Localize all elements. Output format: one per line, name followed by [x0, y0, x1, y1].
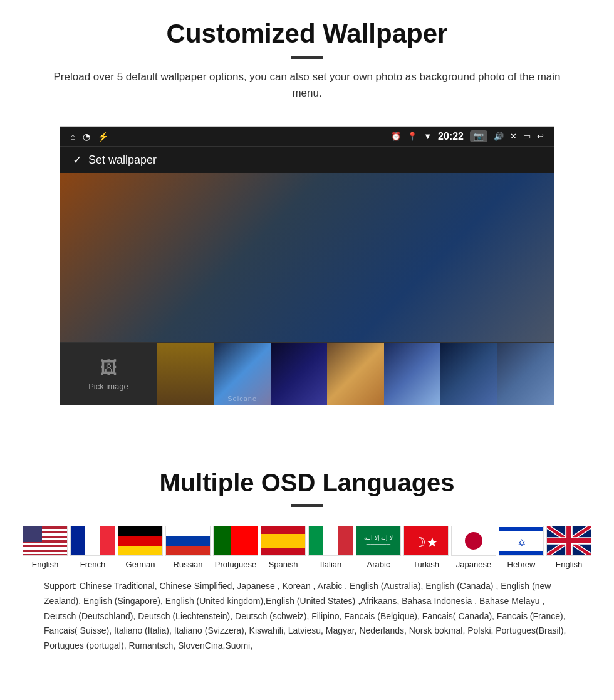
- flag-usa: [23, 526, 68, 556]
- uk-flag-svg: [547, 526, 591, 556]
- flag-item-hebrew: ✡ Hebrew: [497, 526, 545, 569]
- set-wallpaper-label: Set wallpaper: [88, 154, 157, 167]
- thumbnail-1[interactable]: [157, 343, 214, 405]
- thumbnail-6[interactable]: [440, 343, 497, 405]
- wallpaper-screenshot: ⌂ ◔ ⚡ ⏰ 📍 ▼ 20:22 📷 🔊 ✕ ▭ ↩ ✓: [60, 126, 554, 405]
- clock-icon: ◔: [83, 132, 90, 142]
- thumbnail-2[interactable]: Seicane: [214, 343, 270, 405]
- status-time: 20:22: [438, 131, 464, 142]
- volume-icon: 🔊: [494, 132, 504, 141]
- thumbnail-4[interactable]: [327, 343, 383, 405]
- flag-uk: [546, 526, 591, 556]
- watermark: Seicane: [227, 395, 257, 402]
- flag-label-portuguese: Protuguese: [215, 560, 257, 569]
- flag-label-english-us: English: [32, 560, 59, 569]
- wifi-icon: ▼: [424, 132, 432, 141]
- status-bar: ⌂ ◔ ⚡ ⏰ 📍 ▼ 20:22 📷 🔊 ✕ ▭ ↩: [60, 127, 554, 146]
- flag-item-turkish: ☽★ Turkish: [402, 526, 450, 569]
- status-right: ⏰ 📍 ▼ 20:22 📷 🔊 ✕ ▭ ↩: [391, 130, 544, 142]
- wallpaper-preview: [60, 173, 554, 342]
- flag-item-german: German: [117, 526, 164, 569]
- israel-stripe-top: [499, 527, 543, 531]
- flag-russia: [165, 526, 211, 556]
- title-divider: [291, 56, 323, 59]
- flag-saudi: لا إله إلا الله──────: [356, 526, 401, 556]
- flag-label-english-uk: English: [556, 560, 583, 569]
- flag-italy: [308, 526, 353, 556]
- flag-item-english-uk: English: [545, 526, 593, 569]
- lang-divider: [291, 504, 323, 507]
- alarm-icon: ⏰: [391, 132, 401, 141]
- flag-label-italian: Italian: [320, 560, 342, 569]
- flag-japan: [451, 526, 496, 556]
- section-divider: [0, 437, 614, 437]
- flag-item-french: French: [69, 526, 117, 569]
- flag-spain: [261, 526, 306, 556]
- flag-turkey: ☽★: [403, 526, 449, 556]
- flag-label-japanese: Japanese: [456, 560, 491, 569]
- flag-item-portuguese: Protuguese: [212, 526, 259, 569]
- usb-icon: ⚡: [98, 132, 108, 142]
- languages-title: Multiple OSD Languages: [25, 469, 589, 497]
- flag-item-japanese: Japanese: [450, 526, 497, 569]
- wallpaper-title: Customized Wallpaper: [25, 19, 589, 49]
- japan-circle: [465, 532, 482, 550]
- flag-item-russian: Russian: [164, 526, 212, 569]
- israel-stripe-bottom: [499, 551, 543, 555]
- thumbnail-7[interactable]: [497, 343, 554, 405]
- window-icon: ▭: [523, 132, 531, 141]
- arabic-text: لا إله إلا الله──────: [364, 535, 393, 547]
- wallpaper-description: Preload over 5 default wallpaper options…: [38, 69, 576, 101]
- flag-france: [70, 526, 115, 556]
- crescent-star-icon: ☽★: [414, 535, 439, 551]
- flag-item-arabic: لا إله إلا الله────── Arabic: [355, 526, 402, 569]
- star-of-david-icon: ✡: [518, 537, 526, 549]
- flag-label-german: German: [126, 560, 155, 569]
- location-icon: 📍: [407, 132, 417, 141]
- flag-item-spanish: Spanish: [259, 526, 307, 569]
- set-wallpaper-bar: ✓ Set wallpaper: [60, 146, 554, 173]
- flag-item-english-us: English: [21, 526, 69, 569]
- pick-image-label: Pick image: [88, 382, 128, 391]
- flag-label-french: French: [80, 560, 105, 569]
- flag-label-arabic: Arabic: [367, 560, 390, 569]
- flag-label-russian: Russian: [174, 560, 203, 569]
- close-icon: ✕: [510, 132, 517, 141]
- camera-icon: 📷: [470, 130, 487, 142]
- pick-image-button[interactable]: 🖼 Pick image: [60, 343, 157, 405]
- thumbnail-3[interactable]: [271, 343, 327, 405]
- status-left: ⌂ ◔ ⚡: [70, 132, 108, 142]
- image-pick-icon: 🖼: [100, 357, 117, 378]
- flag-portugal: [213, 526, 258, 556]
- wallpaper-section: Customized Wallpaper Preload over 5 defa…: [0, 0, 614, 418]
- flag-israel: ✡: [499, 526, 544, 556]
- flag-label-spanish: Spanish: [269, 560, 298, 569]
- wallpaper-header-block: Customized Wallpaper Preload over 5 defa…: [0, 0, 614, 113]
- thumbnail-row: 🖼 Pick image Seicane: [60, 342, 554, 405]
- flag-label-turkish: Turkish: [413, 560, 439, 569]
- checkmark-icon: ✓: [73, 153, 82, 167]
- flag-item-italian: Italian: [307, 526, 355, 569]
- flag-label-hebrew: Hebrew: [507, 560, 536, 569]
- main-wallpaper-area: [60, 173, 554, 342]
- flag-germany: [118, 526, 163, 556]
- languages-section: Multiple OSD Languages English French: [0, 456, 614, 679]
- home-icon: ⌂: [70, 132, 75, 142]
- flags-row: English French German: [25, 526, 589, 569]
- back-icon: ↩: [537, 132, 544, 141]
- support-text: Support: Chinese Traditional, Chinese Si…: [25, 569, 589, 672]
- thumbnail-5[interactable]: [384, 343, 440, 405]
- screenshot-wrapper: ⌂ ◔ ⚡ ⏰ 📍 ▼ 20:22 📷 🔊 ✕ ▭ ↩ ✓: [0, 113, 614, 418]
